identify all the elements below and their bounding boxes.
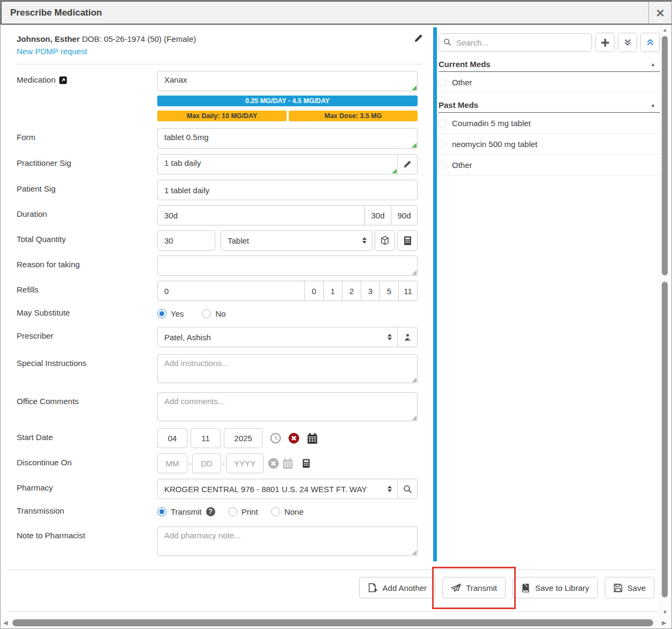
edit-patient-pencil-icon[interactable]	[414, 34, 423, 43]
transmit-button[interactable]: Transmit	[442, 577, 506, 598]
transmission-transmit-radio[interactable]	[157, 507, 166, 516]
collapse-triangle-icon[interactable]: ▲	[651, 62, 660, 67]
scroll-down-arrow[interactable]: ▼	[660, 609, 670, 615]
start-date-calendar-button[interactable]	[306, 433, 318, 444]
patient-details: DOB: 05-26-1974 (50) (Female)	[82, 34, 196, 43]
scroll-left-arrow[interactable]: ◀	[3, 619, 8, 626]
quantity-unit-select[interactable]: Tablet	[221, 230, 372, 251]
package-lookup-button[interactable]	[375, 230, 395, 251]
substitute-yes-label: Yes	[171, 309, 184, 318]
substitute-yes-radio[interactable]	[157, 309, 166, 318]
duration-quick-30d[interactable]: 30d	[364, 205, 391, 225]
current-med-item[interactable]: Other	[439, 72, 660, 93]
transmission-none-radio[interactable]	[271, 507, 280, 516]
discontinue-month-input[interactable]	[157, 454, 187, 473]
discontinue-year-input[interactable]	[226, 454, 264, 473]
duration-row: Duration 30d 90d	[17, 205, 423, 225]
refills-quick-5[interactable]: 5	[379, 281, 399, 301]
duration-quick-90d[interactable]: 90d	[391, 205, 418, 225]
expand-all-button[interactable]	[618, 33, 637, 52]
start-date-time-button[interactable]	[270, 433, 281, 444]
refills-quick-1[interactable]: 1	[323, 281, 342, 301]
refills-input[interactable]	[157, 281, 305, 301]
practitioner-sig-input-wrap: 1 tab daily	[157, 154, 398, 174]
pharmacy-select[interactable]: KROGER CENTRAL 976 - 8801 U.S. 24 WEST F…	[157, 479, 398, 499]
save-to-library-button[interactable]: Save to Library	[513, 577, 598, 598]
package-cube-icon	[380, 236, 390, 245]
form-label: Form	[17, 133, 35, 142]
patient-name: Johnson, Esther	[17, 34, 80, 43]
dose-range-banner: 0.25 MG/DAY - 4.5 MG/DAY	[157, 96, 418, 106]
scroll-up-arrow[interactable]: ▲	[660, 27, 670, 33]
pharmacy-note-input[interactable]	[157, 526, 418, 556]
refills-quick-2[interactable]: 2	[342, 281, 361, 301]
select-arrows-icon	[362, 235, 367, 246]
vertical-scrollbar[interactable]: ▲ ▼	[660, 25, 670, 618]
office-comments-label: Office Comments	[17, 397, 79, 406]
past-meds-header[interactable]: Past Meds ▲	[439, 98, 660, 113]
pharmacy-search-button[interactable]	[397, 479, 418, 499]
start-year-input[interactable]	[224, 428, 262, 448]
floppy-disk-icon	[613, 583, 623, 593]
past-med-item[interactable]: Coumadin 5 mg tablet	[439, 113, 660, 134]
reason-input[interactable]	[157, 255, 418, 276]
footer-actions: Add Another Transmit Save to Library Sav…	[6, 577, 654, 598]
quantity-calculator-button[interactable]	[397, 230, 418, 251]
med-radio[interactable]	[439, 161, 447, 169]
special-instructions-input[interactable]	[157, 354, 418, 383]
duration-input[interactable]	[157, 205, 365, 225]
discontinue-day-input[interactable]	[192, 454, 221, 473]
max-dose-banner: Max Dose: 3.5 MG	[289, 111, 418, 121]
prescriber-lookup-button[interactable]	[397, 327, 418, 347]
save-button[interactable]: Save	[605, 577, 654, 598]
scroll-right-arrow[interactable]: ▶	[662, 619, 666, 626]
medication-input-wrap: Xanax	[157, 71, 418, 91]
medication-input[interactable]: Xanax	[157, 71, 418, 91]
patient-sig-input[interactable]	[157, 180, 418, 200]
past-med-item[interactable]: neomycin 500 mg tablet	[439, 134, 660, 155]
book-icon	[521, 583, 530, 593]
discontinue-row: Discontinue On - -	[17, 454, 423, 473]
discontinue-calendar-button[interactable]	[282, 458, 294, 470]
med-radio[interactable]	[439, 140, 447, 148]
external-link-icon[interactable]	[59, 76, 67, 84]
refills-quick-0[interactable]: 0	[304, 281, 324, 301]
transmit-help-icon[interactable]: ?	[206, 507, 215, 516]
transmission-print-radio[interactable]	[228, 507, 237, 516]
edit-sig-button[interactable]	[397, 154, 418, 174]
refills-quick-3[interactable]: 3	[361, 281, 380, 301]
horizontal-scrollbar[interactable]: ◀ ▶	[1, 617, 672, 629]
med-radio[interactable]	[439, 78, 447, 86]
form-input[interactable]: tablet 0.5mg	[157, 128, 418, 149]
sidebar-search-input[interactable]	[439, 33, 592, 52]
refills-label: Refills	[17, 285, 39, 294]
reason-input-wrap	[157, 255, 418, 276]
current-meds-header[interactable]: Current Meds ▲	[439, 57, 660, 72]
med-radio[interactable]	[439, 119, 447, 127]
scrollbar-thumb[interactable]	[12, 619, 653, 626]
discontinue-clear-button[interactable]	[268, 458, 279, 469]
past-med-item[interactable]: Other	[439, 155, 660, 175]
add-med-button[interactable]	[595, 33, 615, 52]
office-comments-input[interactable]	[157, 392, 418, 421]
start-month-input[interactable]	[157, 428, 187, 448]
total-quantity-input[interactable]	[157, 230, 215, 251]
scrollbar-thumb[interactable]	[662, 282, 668, 597]
discontinue-label: Discontinue On	[17, 458, 72, 467]
refills-quick-11[interactable]: 11	[398, 281, 418, 301]
discontinue-calculator-button[interactable]	[302, 459, 310, 468]
collapse-all-button[interactable]	[640, 33, 660, 52]
scrollbar-thumb[interactable]	[662, 36, 668, 275]
close-button[interactable]: ×	[649, 2, 671, 24]
substitute-no-radio[interactable]	[202, 309, 211, 318]
start-date-clear-button[interactable]	[288, 433, 300, 444]
start-day-input[interactable]	[191, 428, 221, 448]
select-arrows-icon	[388, 332, 392, 342]
add-another-button[interactable]: Add Another	[359, 577, 436, 598]
collapse-triangle-icon[interactable]: ▲	[651, 103, 660, 108]
doctor-icon	[404, 333, 412, 341]
prescriber-select[interactable]: Patel, Ashish	[157, 327, 398, 347]
practitioner-sig-input[interactable]: 1 tab daily	[157, 154, 398, 174]
note-to-pharmacist-row: Note to Pharmacist	[17, 526, 423, 556]
new-pdmp-request-link[interactable]: New PDMP request	[17, 47, 435, 57]
